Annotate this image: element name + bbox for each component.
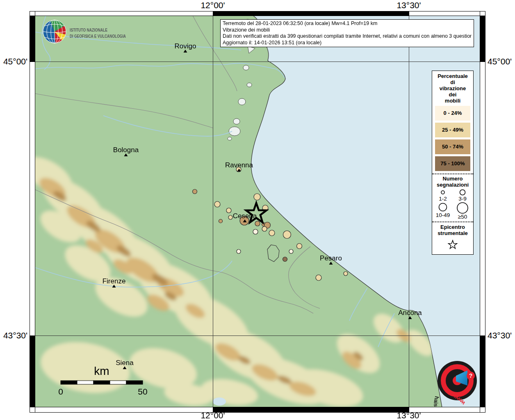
- observation-circle[interactable]: [316, 275, 321, 281]
- legend-swatch-50-74: 50 - 74%: [435, 139, 470, 154]
- epicenter-star-icon: [447, 239, 458, 251]
- observation-circle[interactable]: [254, 194, 260, 200]
- legend-swatches: 0 - 24% 25 - 49% 50 - 74% 75 - 100%: [432, 106, 473, 173]
- observation-circle[interactable]: [269, 230, 275, 236]
- axis-label-right-45: 45°00': [488, 57, 512, 66]
- city-label: Pesaro: [320, 254, 342, 262]
- legend-count-class-3-9: 3-9: [453, 189, 472, 202]
- axis-label-left-45: 45°00': [0, 57, 27, 66]
- observation-circle[interactable]: [283, 257, 287, 262]
- observation-circle[interactable]: [262, 226, 267, 231]
- count-circle-icon: [460, 190, 465, 195]
- axis-label-top-1330: 13°30': [397, 0, 421, 10]
- legend-title-line: Percentuale: [432, 73, 473, 79]
- city-label: Cesena: [233, 212, 257, 220]
- event-info-line2: Vibrazione dei mobili: [223, 27, 472, 34]
- map-page: RovigoBolognaRavennaCesenaPesaroFirenzeA…: [0, 0, 515, 420]
- event-info-box: Terremoto del 28-01-2023 06:32:50 (ora l…: [220, 19, 474, 47]
- count-circle-icon: [439, 203, 447, 211]
- observation-circle[interactable]: [219, 219, 223, 223]
- city-label: Rovigo: [175, 42, 196, 50]
- count-circle-icon: [457, 203, 468, 213]
- institute-name-line2: DI GEOFISICA E VULCANOLOGIA: [70, 34, 126, 39]
- legend-title-line: di: [432, 79, 473, 85]
- legend-counts-title-line: segnalazioni: [432, 182, 473, 188]
- axis-label-bottom-1330: 13°30': [397, 411, 421, 420]
- axis-label-left-4330: 43°30': [0, 331, 27, 340]
- event-info-line1: Terremoto del 28-01-2023 06:32:50 (ora l…: [223, 21, 472, 27]
- legend-swatch-25-49: 25 - 49%: [435, 123, 470, 137]
- question-mark: ?: [469, 372, 473, 379]
- event-info-line4: Aggiornato il: 14-01-2026 13:51 (ora loc…: [223, 40, 472, 46]
- observation-circle[interactable]: [228, 215, 232, 219]
- observation-circle[interactable]: [255, 221, 260, 226]
- observation-circle[interactable]: [237, 249, 241, 253]
- scale-start: 0: [58, 387, 63, 396]
- map-area: RovigoBolognaRavennaCesenaPesaroFirenzeA…: [18, 16, 480, 420]
- axis-label-right-4330: 43°30': [488, 331, 512, 340]
- legend-swatch-75-100: 75 - 100%: [435, 156, 470, 171]
- legend-title: Percentuale di vibrazione dei mobili: [432, 71, 473, 104]
- axis-label-top-12: 12°00': [201, 0, 225, 10]
- legend-epicenter-title: Epicentro strumentale: [432, 222, 473, 236]
- count-label: 3-9: [458, 196, 467, 202]
- city-label: Ravenna: [225, 161, 253, 169]
- scale-end: 50: [138, 387, 147, 396]
- city-label: Siena: [116, 359, 134, 367]
- city-label: Ancona: [398, 309, 422, 317]
- scale-unit: km: [94, 365, 109, 377]
- observation-circle[interactable]: [289, 249, 293, 253]
- watermark-text-red: ilterremoto.it: [439, 417, 472, 420]
- observation-circle[interactable]: [344, 272, 348, 276]
- institute-name-line1: ISTITUTO NAZIONALE: [70, 27, 107, 32]
- observation-circle[interactable]: [214, 201, 220, 207]
- legend-panel: Percentuale di vibrazione dei mobili 0 -…: [432, 71, 474, 255]
- observation-circle[interactable]: [226, 208, 231, 213]
- epicenter-star-glyph: [449, 240, 457, 249]
- city-label: Firenze: [103, 277, 126, 285]
- legend-count-grid: 1-2 3-9 10-49 ≥50: [432, 188, 473, 221]
- observation-circle[interactable]: [253, 229, 258, 234]
- count-circle-icon: [441, 191, 444, 194]
- legend-swatch-0-24: 0 - 24%: [435, 106, 470, 121]
- count-label: 10-49: [436, 212, 450, 218]
- legend-count-class-1-2: 1-2: [433, 189, 453, 202]
- legend-title-line: dei: [432, 91, 473, 98]
- count-label: ≥50: [458, 214, 467, 220]
- legend-count-class-10-49: 10-49: [433, 202, 453, 220]
- observation-circle[interactable]: [283, 231, 291, 239]
- legend-title-line: mobili: [432, 98, 473, 104]
- legend-epicenter-title-line: Epicentro: [432, 224, 473, 230]
- legend-counts-title: Numero segnalazioni: [432, 174, 473, 188]
- legend-count-class-50: ≥50: [453, 202, 472, 220]
- count-label: 1-2: [439, 196, 447, 202]
- city-label: Bologna: [113, 146, 139, 154]
- observation-circle[interactable]: [297, 244, 302, 249]
- legend-counts-title-line: Numero: [432, 176, 473, 182]
- legend-epicenter-title-line: strumentale: [432, 230, 473, 236]
- legend-title-line: vibrazione: [432, 85, 473, 91]
- ingv-logo: [43, 20, 66, 43]
- lake: [213, 397, 226, 406]
- observation-circle[interactable]: [193, 189, 197, 194]
- axis-label-bottom-12: 12°00': [201, 411, 225, 420]
- event-info-line3: Dati non verificati estratti da 399 ques…: [223, 33, 472, 40]
